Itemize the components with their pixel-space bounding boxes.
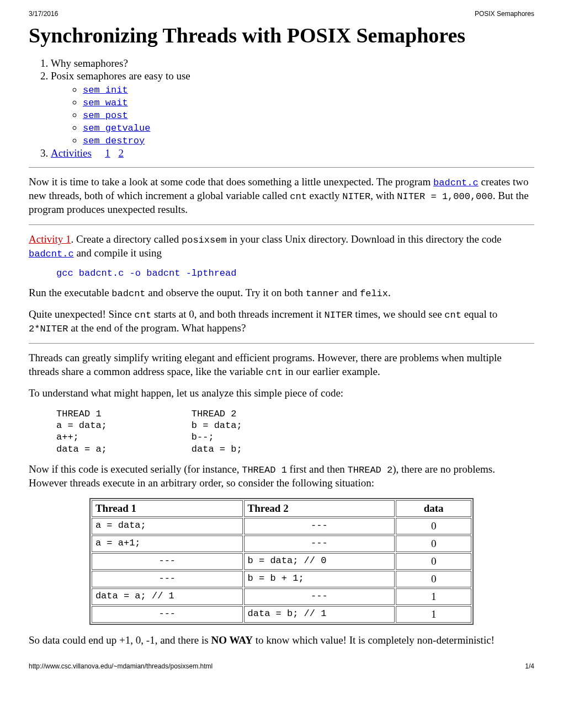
- cell-thread1: data = a; // 1: [92, 588, 243, 605]
- table-row: ---b = b + 1;0: [92, 571, 471, 587]
- link-badcnt-c-1[interactable]: badcnt.c: [433, 178, 479, 188]
- cell-thread1: ---: [92, 571, 243, 587]
- cell-thread2: b = b + 1;: [244, 571, 395, 587]
- cell-thread2: ---: [244, 536, 395, 552]
- link-activities[interactable]: Activities: [51, 147, 92, 159]
- unexpected-paragraph: Quite unexpected! Since cnt starts at 0,…: [29, 308, 534, 335]
- cell-data: 0: [396, 518, 471, 534]
- thread-code-block: THREAD 1 THREAD 2 a = data; b = data; a+…: [56, 408, 534, 455]
- divider: [29, 167, 534, 168]
- table-row: a = data;---0: [92, 518, 471, 534]
- outline-list: Why semaphores? Posix semaphores are eas…: [29, 57, 534, 159]
- link-sem-getvalue[interactable]: sem_getvalue: [83, 123, 150, 133]
- cell-thread2: b = data; // 0: [244, 553, 395, 570]
- table-row: data = a; // 1---1: [92, 588, 471, 605]
- cell-data: 1: [396, 588, 471, 605]
- cell-thread2: ---: [244, 518, 395, 534]
- table-row: ---data = b; // 11: [92, 606, 471, 623]
- activity-1-paragraph: Activity 1. Create a directory called po…: [29, 233, 534, 260]
- col-thread1: Thread 1: [92, 500, 243, 517]
- activity-1-label: Activity 1: [29, 233, 71, 245]
- link-sem-wait[interactable]: sem_wait: [83, 98, 128, 108]
- divider: [29, 224, 534, 225]
- cell-thread1: ---: [92, 606, 243, 623]
- run-paragraph: Run the executable badcnt and observe th…: [29, 286, 534, 300]
- print-header: 3/17/2016 POSIX Semaphores: [29, 10, 534, 18]
- cell-data: 1: [396, 606, 471, 623]
- outline-item-3: Activities 1 2: [51, 147, 534, 159]
- divider: [29, 343, 534, 344]
- footer-page: 1/4: [525, 662, 534, 670]
- link-activity-2[interactable]: 2: [118, 147, 124, 159]
- serial-paragraph: Now if this code is executed serially (f…: [29, 463, 534, 490]
- cell-thread2: data = b; // 1: [244, 606, 395, 623]
- page-title: Synchronizing Threads with POSIX Semapho…: [29, 23, 534, 47]
- header-title: POSIX Semaphores: [475, 10, 534, 18]
- no-way-bold: NO WAY: [211, 634, 253, 646]
- gcc-command: gcc badcnt.c -o badcnt -lpthread: [56, 268, 534, 279]
- outline-sublist: sem_init sem_wait sem_post sem_getvalue …: [51, 83, 534, 146]
- table-row: a = a+1;---0: [92, 536, 471, 552]
- col-thread2: Thread 2: [244, 500, 395, 517]
- cell-thread1: a = data;: [92, 518, 243, 534]
- cell-thread1: ---: [92, 553, 243, 570]
- thread-interleave-table: Thread 1 Thread 2 data a = data;---0a = …: [89, 498, 474, 625]
- outline-item-1: Why semaphores?: [51, 57, 534, 69]
- cell-data: 0: [396, 553, 471, 570]
- link-activity-1[interactable]: 1: [105, 147, 110, 159]
- cell-data: 0: [396, 536, 471, 552]
- link-sem-post[interactable]: sem_post: [83, 110, 128, 121]
- print-footer: http://www.csc.villanova.edu/~mdamian/th…: [29, 662, 534, 670]
- understand-paragraph: To understand what might happen, let us …: [29, 387, 534, 400]
- footer-url: http://www.csc.villanova.edu/~mdamian/th…: [29, 662, 213, 670]
- outline-item-2: Posix semaphores are easy to use sem_ini…: [51, 70, 534, 146]
- table-row: ---b = data; // 00: [92, 553, 471, 570]
- conclusion-paragraph: So data could end up +1, 0, -1, and ther…: [29, 634, 534, 647]
- cell-data: 0: [396, 571, 471, 587]
- link-sem-destroy[interactable]: sem_destroy: [83, 136, 145, 146]
- intro-paragraph: Now it is time to take a look at some co…: [29, 175, 534, 217]
- col-data: data: [396, 500, 471, 517]
- link-badcnt-c-2[interactable]: badcnt.c: [29, 249, 74, 259]
- cell-thread2: ---: [244, 588, 395, 605]
- cell-thread1: a = a+1;: [92, 536, 243, 552]
- header-date: 3/17/2016: [29, 10, 58, 18]
- link-sem-init[interactable]: sem_init: [83, 85, 128, 95]
- table-header-row: Thread 1 Thread 2 data: [92, 500, 471, 517]
- threads-paragraph: Threads can greatly simplify writing ele…: [29, 351, 534, 379]
